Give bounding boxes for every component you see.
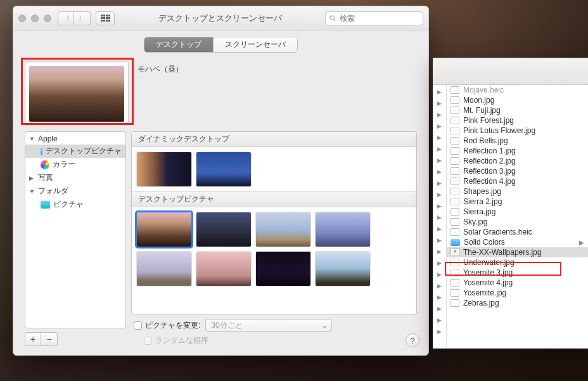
wallpaper-thumb[interactable]: [256, 252, 310, 286]
wallpaper-thumb[interactable]: [256, 212, 310, 247]
wallpaper-thumb[interactable]: [316, 212, 370, 247]
wallpaper-thumb[interactable]: [137, 252, 191, 286]
chevron-right-icon: ▶: [433, 98, 446, 109]
tree-item-colors[interactable]: カラー: [25, 158, 125, 171]
file-name: Yosemite.jpg: [463, 288, 506, 297]
chevron-right-icon: ▶: [433, 314, 446, 326]
chevron-right-icon: ▶: [433, 212, 446, 223]
desktop-pictures-scroll[interactable]: [132, 207, 416, 291]
back-button[interactable]: 〈: [58, 11, 74, 25]
finder-row[interactable]: Red Bells.jpg: [447, 136, 588, 146]
image-file-icon: [451, 96, 459, 104]
wallpaper-thumb[interactable]: [316, 252, 370, 286]
finder-row[interactable]: Solar Gradients.heic: [447, 227, 588, 237]
chevron-right-icon: ▶: [433, 303, 446, 314]
image-file-icon: [451, 86, 459, 94]
finder-row[interactable]: Reflection 3.jpg: [447, 166, 588, 176]
finder-row[interactable]: Reflection 4.jpg: [447, 176, 588, 186]
color-wheel-icon: [41, 160, 49, 169]
image-file-icon: [451, 157, 459, 165]
source-tree[interactable]: ▼ Apple デスクトップピクチャ カラー ▶ 写真: [25, 131, 126, 328]
wallpaper-thumb[interactable]: [196, 152, 251, 186]
file-name: Solid Colors: [464, 238, 505, 247]
finder-row[interactable]: Reflection 2.jpg: [447, 156, 588, 166]
tree-group-folder[interactable]: ▼ フォルダ: [25, 184, 125, 198]
chevron-right-icon: ▶: [433, 120, 446, 132]
file-name: Sierra.jpg: [463, 207, 495, 216]
chevron-right-icon: ▶: [433, 223, 446, 235]
help-button[interactable]: ?: [406, 333, 419, 347]
search-field[interactable]: [325, 11, 423, 25]
chevron-right-icon: ▶: [433, 86, 446, 98]
window-controls: [18, 15, 51, 22]
tree-item-pictures[interactable]: ピクチャ: [25, 198, 125, 211]
add-folder-button[interactable]: +: [25, 332, 41, 346]
current-preview-frame: [25, 61, 129, 126]
finder-row[interactable]: Shapes.jpg: [447, 186, 588, 197]
split-view: ▼ Apple デスクトップピクチャ カラー ▶ 写真: [25, 131, 417, 346]
chevron-right-icon: ▶: [433, 280, 446, 292]
finder-row[interactable]: Solid Colors▶: [447, 237, 588, 247]
show-all-button[interactable]: [96, 11, 115, 25]
tree-group-apple[interactable]: ▼ Apple: [25, 133, 125, 145]
finder-row[interactable]: Moon.jpg: [447, 95, 588, 105]
wallpaper-thumb[interactable]: [137, 212, 191, 247]
finder-row[interactable]: Mojave.heic: [447, 85, 588, 95]
finder-row[interactable]: Pink Lotus Flower.jpg: [447, 126, 588, 136]
finder-row[interactable]: Yosemite 4.jpg: [447, 278, 588, 288]
finder-row[interactable]: Underwater.jpg: [447, 257, 588, 268]
wallpaper-thumb[interactable]: [137, 152, 191, 186]
image-file-icon: [451, 249, 459, 256]
finder-file-column[interactable]: Mojave.heicMoon.jpgMt. Fuji.jpgPink Fore…: [447, 85, 588, 348]
finder-row[interactable]: The-XX-Wallpapers.jpg: [447, 247, 588, 257]
tree-item-desktop-pictures[interactable]: デスクトップピクチャ: [25, 145, 125, 158]
tree-group-photos[interactable]: ▶ 写真: [25, 171, 125, 184]
finder-row[interactable]: Yosemite.jpg: [447, 288, 588, 298]
tree-label: 写真: [38, 172, 53, 183]
chevron-right-icon: ▶: [433, 246, 446, 257]
chevron-right-icon: ▶: [433, 235, 446, 246]
wallpaper-thumb[interactable]: [196, 252, 251, 286]
finder-row[interactable]: Pink Forest.jpg: [447, 115, 588, 126]
source-sidebar: ▼ Apple デスクトップピクチャ カラー ▶ 写真: [25, 131, 126, 346]
image-file-icon: [451, 137, 459, 145]
close-icon[interactable]: [18, 15, 26, 22]
change-picture-checkbox[interactable]: ピクチャを変更:: [134, 320, 200, 331]
finder-row[interactable]: Sierra.jpg: [447, 207, 588, 217]
file-name: Pink Forest.jpg: [463, 116, 514, 125]
remove-folder-button[interactable]: −: [41, 332, 58, 346]
dynamic-thumbnails: [132, 147, 416, 191]
chevron-right-icon: ▶: [433, 326, 446, 337]
finder-row[interactable]: Yosemite 3.jpg: [447, 268, 588, 278]
forward-button[interactable]: 〉: [74, 11, 91, 25]
finder-row[interactable]: Zebras.jpg: [447, 298, 588, 308]
tab-screensaver[interactable]: スクリーンセーバ: [213, 37, 297, 52]
finder-row[interactable]: Mt. Fuji.jpg: [447, 105, 588, 115]
chevron-right-icon: ▶: [433, 155, 446, 166]
finder-row[interactable]: Sierra 2.jpg: [447, 197, 588, 207]
finder-row[interactable]: Reflection 1.jpg: [447, 146, 588, 156]
file-name: Zebras.jpg: [463, 299, 499, 307]
image-file-icon: [451, 279, 459, 287]
tab-desktop[interactable]: デスクトップ: [144, 37, 213, 52]
tree-label: Apple: [38, 134, 58, 143]
wallpaper-thumb[interactable]: [196, 212, 251, 247]
file-name: Sierra 2.jpg: [463, 197, 502, 206]
image-file-icon: [451, 107, 459, 114]
file-name: Reflection 2.jpg: [463, 157, 516, 165]
checkbox-icon: [144, 337, 152, 345]
search-input[interactable]: [340, 14, 419, 23]
finder-row[interactable]: Sky.jpg: [447, 217, 588, 227]
interval-select[interactable]: 30分ごと: [205, 319, 332, 332]
tree-label: デスクトップピクチャ: [46, 146, 122, 157]
random-label: ランダムな順序: [155, 335, 208, 346]
minimize-icon[interactable]: [31, 15, 39, 22]
checkbox-icon: [134, 321, 142, 330]
grid-icon: [101, 15, 110, 22]
desktop-thumbnails: [132, 207, 416, 291]
chevron-right-icon: ▶: [433, 269, 446, 280]
zoom-icon[interactable]: [44, 15, 51, 22]
change-picture-row: ピクチャを変更: 30分ごと: [131, 315, 417, 335]
thumbnail-pane: ダイナミックデスクトップ デスクトップピクチャ: [131, 131, 417, 346]
tree-label: ピクチャ: [53, 199, 84, 210]
